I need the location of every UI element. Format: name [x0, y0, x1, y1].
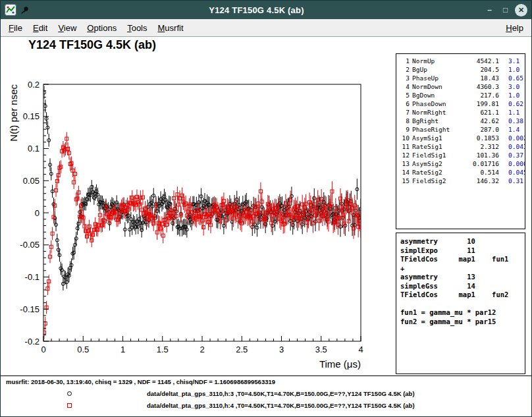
theory-panel: asymmetry 10simplExpo 11TFieldCos map1 f… — [396, 233, 525, 374]
legend-item: data/deltat_pta_gps_3110,h:4 ,T0=4.50K,T… — [1, 400, 531, 412]
param-value: 287.0 — [465, 125, 499, 134]
svg-text:2.5: 2.5 — [236, 345, 248, 354]
param-name: AsymSig1 — [412, 134, 462, 142]
menu-item-edit[interactable]: Edit — [28, 20, 53, 36]
titlebar[interactable]: Y124 TF150G 4.5K (ab) – □ ✕ — [1, 1, 531, 19]
param-number: 9 — [400, 125, 410, 134]
param-error: 1.4 — [502, 125, 521, 134]
param-value: 621.1 — [465, 108, 499, 117]
param-value: 204.5 — [465, 65, 499, 74]
divider — [1, 375, 531, 376]
param-row: 13AsymSig20.017160.00098 — [396, 159, 525, 168]
menu-item-file[interactable]: File — [3, 20, 28, 36]
svg-text:2: 2 — [200, 345, 204, 354]
svg-text:0.05: 0.05 — [23, 176, 40, 186]
svg-text:3.5: 3.5 — [315, 345, 327, 354]
svg-text:-0.1: -0.1 — [25, 272, 40, 282]
minimize-button[interactable]: – — [483, 4, 496, 16]
param-error: 1.1 — [502, 108, 521, 117]
maximize-button[interactable]: □ — [499, 4, 512, 16]
param-number: 7 — [400, 108, 410, 117]
param-value: 146.32 — [465, 177, 499, 185]
param-row: 4NormDown4360.33.0 — [396, 82, 525, 91]
param-value: 42.62 — [465, 117, 499, 125]
param-row: 11RateSig12.3120.043 — [396, 142, 525, 151]
param-error: 1.0 — [502, 65, 521, 74]
svg-text:1: 1 — [120, 345, 125, 354]
svg-text:3: 3 — [279, 345, 284, 354]
theory-line: + — [400, 264, 521, 273]
param-row: 9PhaseRight287.01.4 — [396, 125, 525, 134]
param-number: 5 — [400, 91, 410, 99]
param-name: NormUp — [412, 57, 462, 65]
param-value: 18.43 — [465, 74, 499, 82]
app-window: Y124 TF150G 4.5K (ab) – □ ✕ FileEditView… — [0, 0, 532, 417]
plot-area[interactable]: 00.511.522.533.54-0.2-0.15-0.1-0.0500.05… — [6, 78, 375, 373]
param-value: 4360.3 — [465, 82, 499, 91]
param-value: 0.01716 — [465, 159, 499, 168]
theory-line — [400, 300, 521, 309]
data-series-square — [42, 132, 362, 339]
legend-marker-circle-icon — [67, 391, 72, 396]
svg-text:0.5: 0.5 — [77, 345, 89, 354]
menu-item-tools[interactable]: Tools — [122, 20, 152, 36]
theory-line: simplExpo 11 — [400, 246, 521, 256]
legend-marker-square-icon — [67, 403, 72, 408]
window-title: Y124 TF150G 4.5K (ab) — [34, 5, 479, 15]
plot-title: Y124 TF150G 4.5K (ab) — [28, 38, 156, 52]
menu-right-group: Help — [500, 20, 529, 36]
param-name: FieldSig2 — [412, 177, 462, 185]
app-icon — [5, 4, 16, 16]
param-row: 14RateSig20.5140.045 — [396, 168, 525, 177]
param-row: 2BgUp204.51.0 — [396, 65, 525, 74]
legend-label: data/deltat_pta_gps_3110,h:3 ,T0=4.50K,T… — [147, 390, 415, 397]
menu-item-view[interactable]: View — [53, 20, 82, 36]
menubar: FileEditViewOptionsToolsMusrfit Help — [1, 19, 531, 37]
param-number: 6 — [400, 99, 410, 108]
legend-item: data/deltat_pta_gps_3110,h:3 ,T0=4.50K,T… — [1, 388, 531, 400]
param-row: 15FieldSig2146.320.31 — [396, 177, 525, 185]
param-row: 10AsymSig10.18530.0028 — [396, 134, 525, 142]
param-name: PhaseRight — [412, 125, 462, 134]
param-value: 4542.1 — [465, 57, 499, 65]
param-error: 0.37 — [502, 151, 523, 159]
param-number: 13 — [400, 159, 410, 168]
param-value: 101.36 — [465, 151, 499, 159]
theory-line: simpleGss 14 — [400, 282, 521, 291]
theory-line: asymmetry 10 — [400, 237, 521, 246]
fit-stats: musrfit: 2018-06-30, 13:19:40, chisq = 1… — [6, 378, 275, 385]
data-series-circle — [42, 86, 362, 291]
param-value: 2.312 — [465, 142, 499, 151]
param-number: 8 — [400, 117, 410, 125]
param-name: AsymSig2 — [412, 159, 462, 168]
param-name: PhaseDown — [412, 99, 462, 108]
param-error: 3.0 — [502, 82, 521, 91]
param-number: 15 — [400, 177, 410, 185]
param-row: 6PhaseDown199.810.62 — [396, 99, 525, 108]
param-row: 12FieldSig1101.360.37 — [396, 151, 525, 159]
param-number: 1 — [400, 57, 410, 65]
param-name: BgDown — [412, 91, 462, 99]
param-value: 0.514 — [465, 168, 499, 177]
legend: data/deltat_pta_gps_3110,h:3 ,T0=4.50K,T… — [1, 388, 531, 412]
pin-icon[interactable] — [20, 5, 30, 14]
theory-line: fun1 = gamma_mu * par12 — [400, 308, 521, 318]
param-error: 0.043 — [502, 142, 525, 151]
param-error: 0.045 — [502, 168, 525, 177]
menu-item-help[interactable]: Help — [500, 20, 529, 36]
menu-item-options[interactable]: Options — [82, 20, 122, 36]
svg-text:0.2: 0.2 — [28, 80, 40, 90]
param-number: 14 — [400, 168, 410, 177]
param-error: 0.0028 — [502, 134, 525, 142]
y-axis-title: N(t) per nsec — [8, 84, 19, 142]
svg-text:-0.2: -0.2 — [25, 337, 40, 347]
param-name: NormRight — [412, 108, 462, 117]
param-name: RateSig1 — [412, 142, 462, 151]
param-error: 0.62 — [502, 99, 523, 108]
menu-item-musrfit[interactable]: Musrfit — [153, 20, 189, 36]
legend-label: data/deltat_pta_gps_3110,h:4 ,T0=4.50K,T… — [147, 402, 415, 409]
param-number: 4 — [400, 82, 410, 91]
param-row: 7NormRight621.11.1 — [396, 108, 525, 117]
svg-text:-0.05: -0.05 — [20, 240, 40, 250]
close-button[interactable]: ✕ — [515, 4, 527, 16]
